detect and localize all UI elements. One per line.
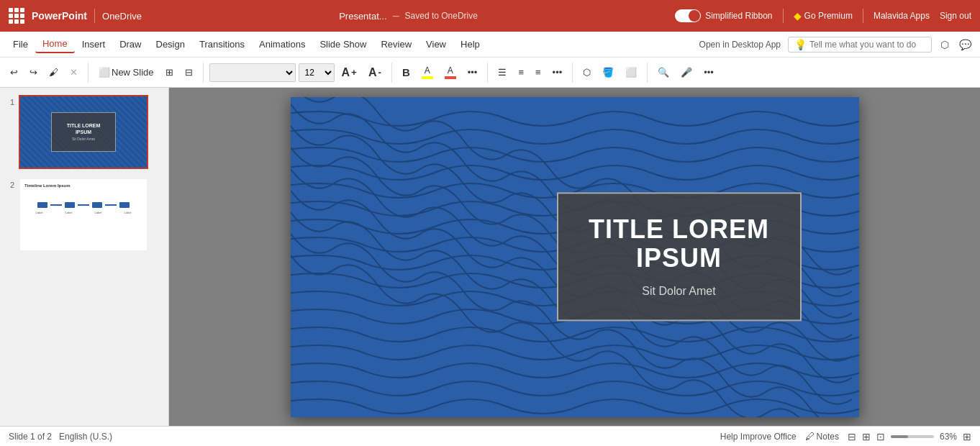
menu-home[interactable]: Home — [35, 35, 75, 53]
title-dash: – — [393, 9, 399, 22]
fit-slide-btn[interactable]: ⊡ — [876, 431, 885, 442]
menu-bar: File Home Insert Draw Design Transitions… — [0, 32, 980, 58]
search-input[interactable] — [809, 40, 925, 50]
menu-help[interactable]: Help — [453, 36, 487, 53]
fill-btn[interactable]: 🪣 — [598, 65, 618, 80]
comment-icon[interactable]: 💬 — [956, 37, 974, 52]
ribbon-sep4 — [487, 63, 488, 83]
new-slide-btn[interactable]: ⬜ New Slide — [94, 65, 158, 80]
menu-review[interactable]: Review — [373, 36, 419, 53]
highlight-btn[interactable]: A — [417, 63, 437, 81]
slide-number-1: 1 — [4, 98, 14, 106]
font-selector[interactable] — [209, 63, 296, 82]
canvas-area[interactable]: TITLE LOREM IPSUM Sit Dolor Amet — [169, 88, 980, 426]
zoom-slider[interactable] — [891, 435, 934, 438]
toolbar-right-icons: ⬡ 💬 — [938, 37, 974, 52]
menu-file[interactable]: File — [6, 36, 35, 53]
timeline-node-1 — [37, 202, 47, 208]
highlight-swatch — [422, 76, 433, 79]
more-list-btn[interactable]: ••• — [548, 65, 567, 80]
thumb2-timeline — [24, 202, 142, 208]
increase-font-btn[interactable]: A+ — [337, 64, 361, 81]
onedrive-label[interactable]: OneDrive — [102, 11, 142, 22]
main-content: 1 TITLE LOREMIPSUM Sit Dolor Amet 2 Time… — [0, 88, 980, 426]
undo-btn[interactable]: ↩ — [6, 65, 22, 80]
menu-insert[interactable]: Insert — [75, 36, 113, 53]
timeline-label-4: Label — [124, 211, 132, 214]
text-color-btn[interactable]: A — [440, 63, 460, 81]
more-text-btn[interactable]: ••• — [463, 65, 482, 80]
font-group: 12 A+ A- — [209, 63, 386, 82]
share-icon[interactable]: ⬡ — [938, 37, 952, 52]
layout-btn[interactable]: ⊞ — [161, 65, 178, 80]
notes-button[interactable]: 🖊 Notes — [802, 429, 842, 443]
bullet-list-btn[interactable]: ☰ — [494, 65, 511, 80]
slide-thumbnail-1[interactable]: 1 TITLE LOREMIPSUM Sit Dolor Amet — [3, 94, 165, 170]
shape-group: ⬡ 🪣 ⬜ — [579, 65, 641, 80]
menu-view[interactable]: View — [419, 36, 453, 53]
go-premium-button[interactable]: ◆ Go Premium — [794, 10, 853, 22]
format-painter-btn[interactable]: 🖌 — [45, 65, 63, 80]
menu-transitions[interactable]: Transitions — [192, 36, 252, 53]
timeline-line-1 — [50, 204, 62, 206]
search-bar[interactable]: 💡 — [788, 37, 932, 53]
delete-btn[interactable]: ✕ — [65, 65, 82, 80]
toggle-knob — [689, 10, 700, 22]
timeline-node-3 — [92, 202, 102, 208]
bold-btn[interactable]: B — [398, 64, 414, 81]
slide-panel: 1 TITLE LOREMIPSUM Sit Dolor Amet 2 Time… — [0, 88, 169, 426]
numbered-list-btn[interactable]: ≡ — [514, 65, 528, 80]
menu-animations[interactable]: Animations — [252, 36, 312, 53]
dictate-btn[interactable]: 🎤 — [676, 65, 697, 80]
align-btn[interactable]: ≡ — [531, 65, 545, 80]
delete-slide-btn[interactable]: ⊟ — [181, 65, 197, 80]
decrease-font-btn[interactable]: A- — [364, 64, 386, 81]
simplified-ribbon-toggle[interactable]: Simplified Ribbon — [675, 9, 772, 22]
slide-group: ⬜ New Slide ⊞ ⊟ — [94, 65, 197, 80]
slide-main-title: TITLE LOREM IPSUM — [573, 215, 786, 272]
slide-info: Slide 1 of 2 — [9, 432, 52, 442]
thumb1-textbox: TITLE LOREMIPSUM Sit Dolor Amet — [51, 112, 116, 152]
timeline-line-2 — [78, 204, 89, 206]
zoom-fill — [891, 435, 908, 438]
new-slide-label: New Slide — [112, 67, 154, 78]
slide-textbox[interactable]: TITLE LOREM IPSUM Sit Dolor Amet — [557, 192, 802, 321]
slide-number-2: 2 — [4, 181, 14, 189]
help-improve: Help Improve Office — [720, 432, 797, 442]
zoom-fit-btn[interactable]: ⊞ — [963, 431, 971, 442]
more-ribbon-btn[interactable]: ••• — [699, 65, 718, 80]
slide-canvas[interactable]: TITLE LOREM IPSUM Sit Dolor Amet — [291, 97, 859, 417]
menu-design[interactable]: Design — [149, 36, 192, 53]
find-btn[interactable]: 🔍 — [653, 65, 673, 80]
simplified-ribbon-label: Simplified Ribbon — [705, 11, 772, 21]
redo-btn[interactable]: ↪ — [25, 65, 42, 80]
thumb1-sub: Sit Dolor Amet — [72, 137, 95, 141]
list-group: ☰ ≡ ≡ ••• — [494, 65, 566, 80]
go-premium-label: Go Premium — [804, 11, 853, 21]
slide-thumb-2[interactable]: Timeline Lorem Ipsum Label Label Label — [19, 178, 148, 252]
timeline-labels: Label Label Label Label — [24, 211, 142, 214]
open-desktop-btn[interactable]: Open in Desktop App — [692, 37, 788, 53]
menu-slideshow[interactable]: Slide Show — [312, 36, 373, 53]
timeline-label-2: Label — [65, 211, 73, 214]
timeline-label-3: Label — [95, 211, 102, 214]
text-color-icon: A — [448, 65, 453, 76]
ribbon: ↩ ↪ 🖌 ✕ ⬜ New Slide ⊞ ⊟ 12 A+ A- B A — [0, 58, 980, 88]
format-group: B A A ••• — [398, 63, 482, 81]
slide-thumbnail-2[interactable]: 2 Timeline Lorem Ipsum Label — [3, 176, 165, 253]
slide-thumb-1[interactable]: TITLE LOREMIPSUM Sit Dolor Amet — [19, 95, 148, 169]
toggle-switch[interactable] — [675, 9, 701, 22]
separator3 — [863, 9, 863, 23]
notes-icon: 🖊 — [805, 431, 815, 442]
malavida-apps[interactable]: Malavida Apps — [874, 11, 930, 21]
font-size-selector[interactable]: 12 — [299, 63, 335, 82]
diamond-icon: ◆ — [794, 10, 802, 22]
waffle-icon[interactable] — [9, 8, 24, 24]
outline-btn[interactable]: ⬜ — [621, 65, 641, 80]
sign-out[interactable]: Sign out — [940, 11, 971, 21]
normal-view-btn[interactable]: ⊟ — [848, 431, 856, 442]
menu-draw[interactable]: Draw — [112, 36, 148, 53]
shape-btn[interactable]: ⬡ — [579, 65, 595, 80]
slide-sorter-btn[interactable]: ⊞ — [862, 431, 871, 442]
status-left: Slide 1 of 2 English (U.S.) — [9, 432, 713, 442]
